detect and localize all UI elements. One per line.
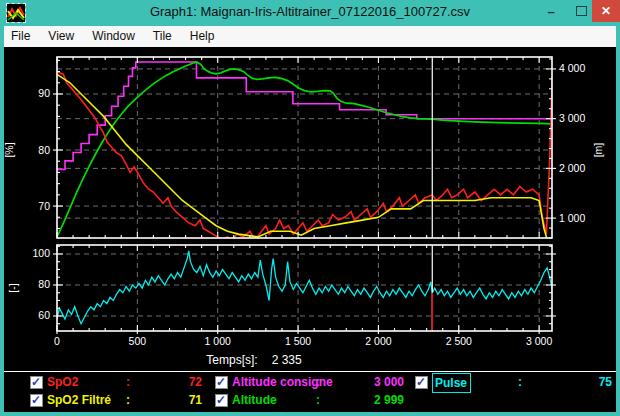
svg-text:90: 90 [38,87,50,99]
svg-text:80: 80 [38,144,50,156]
legend-colon: : [316,391,320,409]
svg-text:1 500: 1 500 [285,335,311,347]
plot-frame [57,57,552,238]
legend-colon: : [518,373,522,391]
legend-label-pulse: Pulse [432,373,471,393]
legend-value-altitude: 2 999 [334,391,404,409]
cursor-time-value: 2 335 [272,353,302,367]
svg-text:3 000: 3 000 [559,112,585,124]
svg-text:4 000: 4 000 [559,62,585,74]
series-altitude-consigne [57,62,568,169]
axis-tick-labels: 7080901 0002 0003 0004 000 [38,62,585,223]
svg-text:1 000: 1 000 [205,335,231,347]
x-axis-footer: Temps[s]:2 335 [4,353,504,367]
svg-text:80: 80 [38,278,50,290]
chart-panel: 7080901 0002 0003 0004 000[%][m]05001 00… [4,47,616,412]
series-spo2 [57,55,568,240]
legend-entry-pulse: ✓Pulse :75 [0,373,620,391]
svg-text:100: 100 [32,247,50,259]
legend-label-altitude: Altitude [232,391,277,409]
legend-value-pulse: 75 [542,373,612,391]
legend-checkbox-altitude[interactable]: ✓ [215,394,228,407]
svg-text:2 000: 2 000 [365,335,391,347]
axis-title: [-] [7,283,19,292]
app-window: Graph1: Maignan-Iris-Altitrainer_0712201… [0,0,620,416]
legend-checkbox-pulse[interactable]: ✓ [415,376,428,389]
svg-text:60: 60 [38,309,50,321]
chart-1: 05001 0001 5002 0002 5003 0006080100[-] [7,245,568,347]
axis-title: [%] [3,142,15,157]
gridlines [57,57,552,238]
svg-text:1 000: 1 000 [559,212,585,224]
legend-separator [4,371,616,372]
svg-text:2 500: 2 500 [446,335,472,347]
axis-title: [m] [592,143,604,158]
svg-text:70: 70 [38,200,50,212]
svg-text:0: 0 [54,335,60,347]
series-altitude [57,62,568,237]
chart-0: 7080901 0002 0003 0004 000[%][m] [3,55,604,246]
x-axis-label: Temps[s]: [206,353,257,367]
checkmark-icon: ✓ [416,373,426,391]
svg-text:500: 500 [129,335,147,347]
legend-entry-altitude: ✓Altitude:2 999 [0,391,620,409]
svg-text:2 000: 2 000 [559,162,585,174]
series-pulse [57,251,568,324]
svg-text:3 000: 3 000 [526,335,552,347]
checkmark-icon: ✓ [216,391,226,409]
